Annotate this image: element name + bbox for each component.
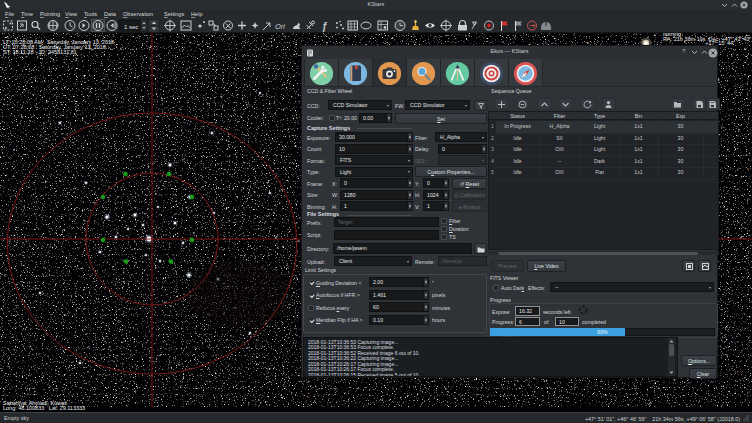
svg-text:Ori: Ori: [275, 22, 285, 31]
svg-text:1 sec: 1 sec: [124, 24, 138, 30]
svg-text:ƒ: ƒ: [322, 21, 328, 32]
